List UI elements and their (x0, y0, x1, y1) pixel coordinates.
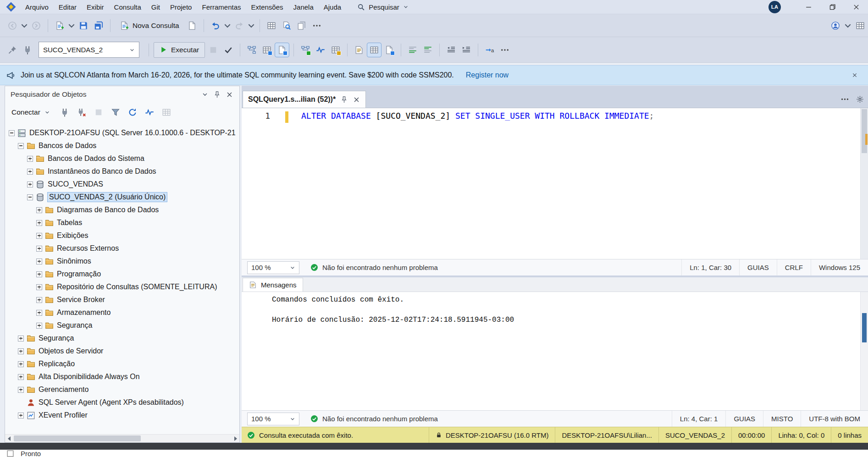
pin-tab-icon[interactable] (340, 96, 348, 104)
document-health[interactable]: Não foi encontrado nenhum problema (310, 264, 438, 271)
expand-icon[interactable] (36, 207, 42, 213)
encoding-indicator[interactable]: UTF-8 with BOM (801, 411, 868, 427)
new-file-button[interactable] (53, 19, 66, 33)
uncomment-button[interactable] (421, 43, 435, 57)
template-values-button[interactable]: a (483, 43, 497, 57)
parse-button[interactable] (221, 43, 235, 57)
increase-indent-button[interactable] (459, 43, 473, 57)
tree-item[interactable]: Replicação (5, 358, 239, 370)
expand-icon[interactable] (36, 220, 42, 226)
menu-projeto[interactable]: Projeto (165, 0, 197, 14)
intellisense-button[interactable] (275, 43, 289, 57)
expand-icon[interactable] (36, 310, 42, 316)
expand-icon[interactable] (36, 271, 42, 277)
tree-item[interactable]: Bancos de Dados do Sistema (5, 152, 239, 165)
scroll-left-arrow[interactable] (5, 435, 13, 442)
refresh-button[interactable] (126, 105, 139, 119)
tree-item[interactable]: Alta Disponibilidade Always On (5, 370, 239, 383)
tree-item[interactable]: Segurança (5, 319, 239, 332)
menu-editar[interactable]: Editar (54, 0, 82, 14)
estimated-plan-button[interactable] (245, 43, 259, 57)
editor-scrollbar[interactable] (860, 108, 868, 259)
close-panel-button[interactable] (223, 88, 236, 100)
find-in-files-button[interactable] (280, 19, 293, 33)
expand-icon[interactable] (36, 323, 42, 329)
collapse-icon[interactable] (27, 194, 33, 200)
document-health[interactable]: Não foi encontrado nenhum problema (310, 415, 438, 423)
redo-dropdown[interactable] (248, 19, 255, 33)
horizontal-scrollbar[interactable] (5, 434, 239, 442)
clipped-toolbar-button[interactable] (853, 19, 867, 33)
expand-icon[interactable] (27, 182, 33, 187)
navigate-back-button[interactable] (6, 19, 19, 33)
actual-plan-button[interactable] (299, 43, 312, 57)
zoom-combobox[interactable]: 100 % (247, 413, 299, 425)
save-all-button[interactable] (92, 19, 105, 33)
minimize-button[interactable] (796, 0, 820, 14)
collapse-icon[interactable] (18, 143, 24, 149)
expand-icon[interactable] (27, 156, 33, 162)
tree-item[interactable]: XEvent Profiler (5, 409, 239, 422)
scrollbar-track[interactable] (13, 435, 232, 442)
results-to-grid-button[interactable] (367, 43, 381, 57)
tabs-mode-indicator[interactable]: GUIAS (739, 259, 777, 275)
expand-icon[interactable] (36, 297, 42, 303)
tree-item[interactable]: SUCO_VENDAS (5, 178, 239, 191)
tabstrip-settings-icon[interactable] (856, 95, 864, 104)
tree-item[interactable]: SUCO_VENDAS_2 (Usuário Único) (5, 191, 239, 204)
tree-item[interactable]: Bancos de Dados (5, 139, 239, 152)
search-menu-button[interactable]: Pesquisar (353, 3, 413, 11)
close-tab-icon[interactable] (353, 96, 360, 104)
filter-button[interactable] (109, 105, 122, 119)
pin-panel-button[interactable] (211, 88, 223, 100)
dismiss-notification-icon[interactable] (851, 72, 858, 78)
tree-item[interactable]: Gerenciamento (5, 383, 239, 396)
tree-item[interactable]: Exibições (5, 229, 239, 242)
save-button[interactable] (77, 19, 90, 33)
expand-icon[interactable] (18, 348, 24, 354)
cancel-query-button[interactable] (206, 43, 220, 57)
table-designer-button[interactable] (265, 19, 278, 33)
tab-overflow-icon[interactable] (840, 95, 849, 104)
scrollbar-thumb[interactable] (862, 313, 867, 342)
open-query-button[interactable] (185, 19, 199, 33)
expand-icon[interactable] (18, 387, 24, 393)
line-ending-indicator[interactable]: CRLF (777, 259, 811, 275)
tabs-mode-indicator[interactable]: GUIAS (725, 411, 763, 427)
new-file-dropdown[interactable] (68, 19, 75, 33)
redo-button[interactable] (232, 19, 246, 33)
expand-icon[interactable] (18, 336, 24, 341)
menu-extensoes[interactable]: Extensões (246, 0, 288, 14)
tree-item[interactable]: Repositório de Consultas (SOMENTE_LEITUR… (5, 281, 239, 293)
comment-button[interactable] (406, 43, 420, 57)
undo-dropdown[interactable] (224, 19, 231, 33)
reports-button[interactable] (160, 105, 173, 119)
expand-icon[interactable] (36, 259, 42, 264)
undo-button[interactable] (209, 19, 222, 33)
activity-monitor-button[interactable] (143, 105, 156, 119)
feedback-dropdown[interactable] (844, 19, 851, 33)
expand-icon[interactable] (18, 374, 24, 380)
tree-item[interactable]: DESKTOP-21OAFSU (SQL Server 16.0.1000.6 … (5, 127, 239, 139)
copy-document-button[interactable] (295, 19, 309, 33)
close-window-button[interactable] (844, 0, 868, 14)
results-to-text-button[interactable] (352, 43, 366, 57)
line-ending-indicator[interactable]: MISTO (763, 411, 801, 427)
connect-dropdown[interactable]: Conectar (10, 108, 52, 116)
menu-arquivo[interactable]: Arquivo (20, 0, 54, 14)
tree-item[interactable]: Instantâneos do Banco de Dados (5, 165, 239, 178)
menu-consulta[interactable]: Consulta (109, 0, 146, 14)
navigate-back-dropdown[interactable] (21, 19, 28, 33)
results-to-file-button[interactable] (382, 43, 396, 57)
collapse-icon[interactable] (9, 130, 15, 136)
tree-item[interactable]: Diagramas de Banco de Dados (5, 204, 239, 216)
tree-item[interactable]: Segurança (5, 332, 239, 345)
caret-position[interactable]: Ln: 1, Car: 30 (681, 259, 739, 275)
menu-janela[interactable]: Janela (288, 0, 319, 14)
code-editor[interactable]: 1 ALTER DATABASE [SUCO_VENDAS_2] SET SIN… (242, 108, 868, 259)
menu-exibir[interactable]: Exibir (82, 0, 109, 14)
query-options-button[interactable] (260, 43, 274, 57)
client-statistics-button[interactable] (329, 43, 343, 57)
expand-icon[interactable] (18, 361, 24, 367)
register-now-link[interactable]: Register now (466, 71, 509, 79)
